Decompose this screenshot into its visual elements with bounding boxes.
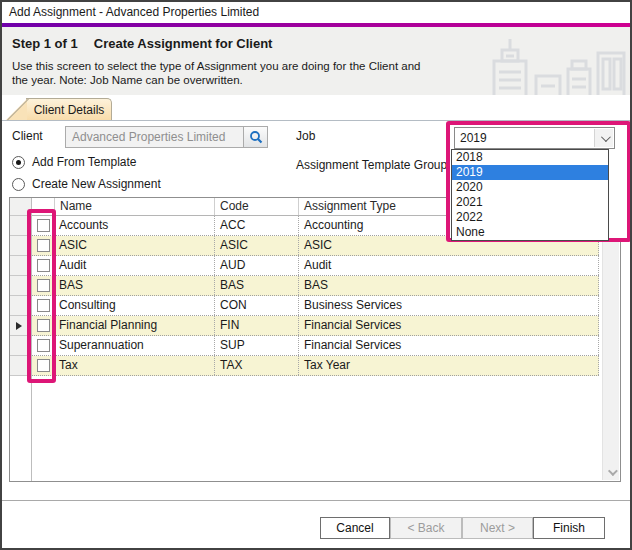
finish-button[interactable]: Finish bbox=[533, 517, 605, 539]
cell-name: Consulting bbox=[54, 296, 214, 315]
row-selector-cell[interactable] bbox=[10, 336, 31, 356]
buildings-icon bbox=[480, 39, 628, 95]
step-indicator: Step 1 of 1 bbox=[12, 36, 78, 51]
job-dropdown-option[interactable]: None bbox=[452, 225, 608, 240]
add-assignment-dialog: Add Assignment - Advanced Properties Lim… bbox=[0, 0, 632, 550]
row-checkbox[interactable] bbox=[37, 319, 50, 332]
tab-client-details[interactable]: Client Details bbox=[26, 98, 112, 120]
checkbox-cell bbox=[32, 296, 54, 315]
cell-code: ACC bbox=[214, 216, 298, 235]
current-row-arrow-icon bbox=[16, 322, 22, 330]
client-search-button[interactable] bbox=[243, 127, 267, 147]
checkbox-cell bbox=[32, 356, 54, 375]
search-icon bbox=[249, 130, 263, 144]
cell-assignment-type: Tax Year bbox=[298, 356, 599, 375]
row-selector-cell[interactable] bbox=[10, 256, 31, 276]
checkbox-cell bbox=[32, 336, 54, 355]
cell-name: Financial Planning bbox=[54, 316, 214, 335]
column-header-code: Code bbox=[214, 198, 298, 215]
cell-name: Superannuation bbox=[54, 336, 214, 355]
cell-name: Accounts bbox=[54, 216, 214, 235]
row-selector-cell[interactable] bbox=[10, 236, 31, 256]
job-combobox[interactable]: 2019 bbox=[454, 127, 615, 149]
footer-divider bbox=[2, 500, 630, 501]
selector-header-cell bbox=[10, 198, 31, 216]
job-dropdown-option[interactable]: 2021 bbox=[452, 195, 608, 210]
row-checkbox[interactable] bbox=[37, 219, 50, 232]
cell-name: Audit bbox=[54, 256, 214, 275]
table-row[interactable]: Financial PlanningFINFinancial Services bbox=[32, 316, 599, 336]
window-title: Add Assignment - Advanced Properties Lim… bbox=[2, 2, 630, 23]
cell-assignment-type: BAS bbox=[298, 276, 599, 295]
row-checkbox[interactable] bbox=[37, 299, 50, 312]
cell-code: FIN bbox=[214, 316, 298, 335]
row-selector-column bbox=[10, 198, 32, 481]
client-field[interactable]: Advanced Properties Limited bbox=[65, 126, 268, 148]
job-dropdown-option[interactable]: 2018 bbox=[452, 150, 608, 165]
cell-assignment-type: Audit bbox=[298, 256, 599, 275]
job-dropdown-option[interactable]: 2019 bbox=[452, 165, 608, 180]
column-header-name: Name bbox=[54, 198, 214, 215]
chevron-down-icon bbox=[600, 132, 610, 142]
checkbox-cell bbox=[32, 236, 54, 255]
cell-code: TAX bbox=[214, 356, 298, 375]
cell-code: BAS bbox=[214, 276, 298, 295]
job-dropdown-option[interactable]: 2020 bbox=[452, 180, 608, 195]
cell-name: Tax bbox=[54, 356, 214, 375]
cell-assignment-type: Business Services bbox=[298, 296, 599, 315]
row-checkbox[interactable] bbox=[37, 339, 50, 352]
scroll-down-icon[interactable] bbox=[603, 464, 620, 480]
cell-name: BAS bbox=[54, 276, 214, 295]
table-row[interactable]: AuditAUDAudit bbox=[32, 256, 599, 276]
cell-assignment-type: Financial Services bbox=[298, 336, 599, 355]
cell-name: ASIC bbox=[54, 236, 214, 255]
radio-selected-icon bbox=[12, 156, 25, 169]
cell-code: CON bbox=[214, 296, 298, 315]
wizard-header: Step 1 of 1 Create Assignment for Client… bbox=[2, 27, 630, 95]
step-heading: Step 1 of 1 Create Assignment for Client bbox=[12, 36, 272, 51]
cell-code: ASIC bbox=[214, 236, 298, 255]
job-dropdown-list: 20182019202020212022None bbox=[451, 149, 609, 241]
table-row[interactable]: ConsultingCONBusiness Services bbox=[32, 296, 599, 316]
checkbox-cell bbox=[32, 276, 54, 295]
row-selector-cell[interactable] bbox=[10, 276, 31, 296]
table-row[interactable]: BASBASBAS bbox=[32, 276, 599, 296]
row-checkbox[interactable] bbox=[37, 359, 50, 372]
step-description: Use this screen to select the type of As… bbox=[12, 59, 420, 87]
cancel-button[interactable]: Cancel bbox=[320, 517, 390, 539]
cell-code: SUP bbox=[214, 336, 298, 355]
combo-dropdown-button[interactable] bbox=[594, 129, 613, 147]
next-button: Next > bbox=[462, 517, 533, 539]
table-row[interactable]: TaxTAXTax Year bbox=[32, 356, 599, 376]
back-button: < Back bbox=[390, 517, 462, 539]
row-checkbox[interactable] bbox=[37, 259, 50, 272]
row-selector-cell[interactable] bbox=[10, 316, 31, 336]
checkbox-cell bbox=[32, 256, 54, 275]
row-checkbox[interactable] bbox=[37, 279, 50, 292]
assignment-template-group-label: Assignment Template Group bbox=[296, 155, 447, 175]
radio-add-from-template[interactable]: Add From Template bbox=[12, 154, 137, 170]
row-selector-cell[interactable] bbox=[10, 216, 31, 236]
cell-code: AUD bbox=[214, 256, 298, 275]
page-title: Create Assignment for Client bbox=[94, 36, 273, 51]
radio-unselected-icon bbox=[12, 178, 25, 191]
checkbox-cell bbox=[32, 316, 54, 335]
row-selector-cell[interactable] bbox=[10, 356, 31, 376]
client-label: Client bbox=[12, 126, 43, 146]
radio-create-new-assignment[interactable]: Create New Assignment bbox=[12, 176, 161, 192]
row-selector-cell[interactable] bbox=[10, 296, 31, 316]
row-checkbox[interactable] bbox=[37, 239, 50, 252]
cell-assignment-type: Financial Services bbox=[298, 316, 599, 335]
job-label: Job bbox=[296, 126, 315, 146]
job-dropdown-option[interactable]: 2022 bbox=[452, 210, 608, 225]
checkbox-cell bbox=[32, 216, 54, 235]
checkbox-column-header bbox=[32, 198, 54, 215]
table-row[interactable]: SuperannuationSUPFinancial Services bbox=[32, 336, 599, 356]
